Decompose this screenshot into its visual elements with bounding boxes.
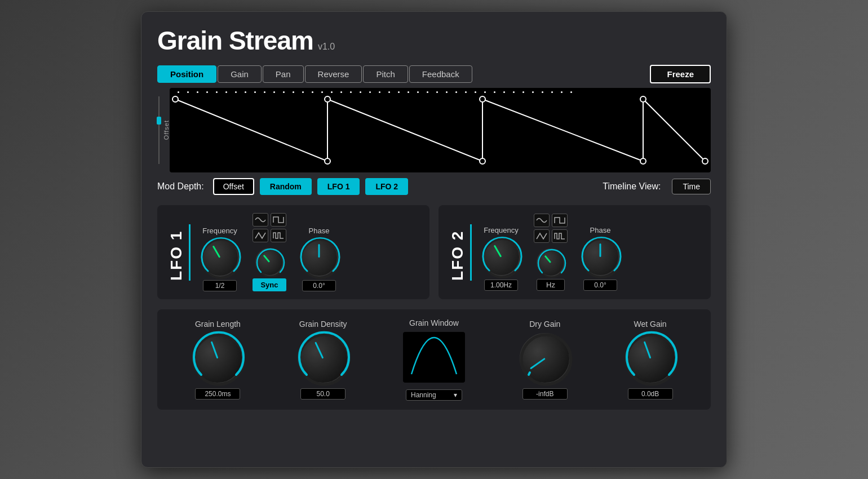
lfo2-shape-group: Hz bbox=[534, 214, 568, 291]
tab-freeze[interactable]: Freeze bbox=[650, 65, 711, 83]
grain-length-group: Grain Length 250.0ms bbox=[192, 320, 243, 400]
tab-bar: Position Gain Pan Reverse Pitch Feedback… bbox=[157, 65, 711, 83]
lfo2-phase-ring bbox=[580, 237, 623, 280]
offset-label: Offset bbox=[163, 120, 170, 140]
svg-point-6 bbox=[640, 96, 646, 102]
tab-position[interactable]: Position bbox=[157, 65, 216, 83]
lfo2-shape-ring bbox=[536, 248, 568, 280]
svg-point-16 bbox=[521, 335, 571, 384]
lfo-row: LFO 1 Frequency 1/2 bbox=[157, 205, 711, 299]
grain-window-select[interactable]: Hanning ▾ bbox=[406, 389, 462, 401]
lfo2-label: LFO 2 bbox=[449, 224, 472, 281]
lfo2-shape-row1 bbox=[534, 214, 568, 227]
svg-point-1 bbox=[325, 158, 330, 164]
lfo2-shape-triangle[interactable] bbox=[534, 229, 550, 243]
offset-thumb[interactable] bbox=[157, 117, 161, 125]
lfo1-shape-triangle[interactable] bbox=[253, 229, 268, 242]
tab-pan[interactable]: Pan bbox=[263, 65, 304, 83]
lfo1-freq-ring bbox=[200, 237, 242, 280]
lfo1-shape-selector bbox=[253, 213, 286, 242]
lfo1-shape-square[interactable] bbox=[271, 213, 286, 227]
tab-gain[interactable]: Gain bbox=[218, 65, 262, 83]
svg-point-0 bbox=[172, 96, 178, 102]
svg-point-3 bbox=[480, 158, 485, 164]
lfo2-shape-sine[interactable] bbox=[534, 214, 550, 227]
lfo1-sync-btn[interactable]: Sync bbox=[253, 278, 286, 291]
waveform-canvas[interactable] bbox=[170, 88, 711, 172]
svg-point-7 bbox=[702, 158, 708, 164]
lfo2-frequency-value: 1.00Hz bbox=[484, 280, 518, 291]
lfo2-frequency-knob[interactable] bbox=[482, 238, 520, 276]
svg-point-13 bbox=[582, 239, 621, 277]
svg-point-8 bbox=[202, 239, 240, 278]
tab-feedback[interactable]: Feedback bbox=[409, 65, 472, 83]
grain-density-knob[interactable] bbox=[298, 333, 348, 384]
svg-point-2 bbox=[325, 96, 330, 102]
plugin-title: Grain Stream bbox=[157, 25, 313, 56]
lfo2-phase-knob[interactable] bbox=[581, 238, 619, 276]
lfo1-frequency-label: Frequency bbox=[202, 227, 237, 235]
waveform-display bbox=[170, 88, 711, 172]
lfo1-phase-group: Phase 0.0° bbox=[300, 227, 338, 291]
mod-depth-row: Mod Depth: Offset Random LFO 1 LFO 2 Tim… bbox=[157, 178, 711, 195]
svg-point-4 bbox=[480, 96, 485, 102]
dry-gain-value: -infdB bbox=[522, 388, 568, 400]
lfo2-phase-indicator bbox=[600, 243, 601, 257]
grain-length-value: 250.0ms bbox=[195, 388, 240, 400]
lfo1-phase-ring bbox=[299, 237, 342, 280]
mod-btn-lfo2[interactable]: LFO 2 bbox=[365, 178, 408, 195]
dry-gain-ring bbox=[517, 331, 575, 388]
lfo2-shape-pulse[interactable] bbox=[552, 229, 568, 243]
grain-density-ring bbox=[295, 331, 353, 388]
grain-window-display bbox=[403, 332, 465, 383]
lfo1-label: LFO 1 bbox=[167, 224, 191, 281]
mod-btn-random[interactable]: Random bbox=[260, 178, 312, 195]
offset-track[interactable] bbox=[157, 96, 161, 164]
header: Grain Stream v1.0 bbox=[157, 25, 711, 56]
lfo1-frequency-knob[interactable] bbox=[201, 238, 239, 277]
lfo2-frequency-label: Frequency bbox=[484, 226, 518, 234]
lfo2-hz-label: Hz bbox=[537, 279, 565, 291]
lfo2-shape-knob[interactable] bbox=[537, 249, 565, 277]
lfo2-block: LFO 2 Frequency 1.00Hz bbox=[439, 205, 711, 299]
grain-density-label: Grain Density bbox=[299, 320, 347, 329]
lfo1-phase-knob[interactable] bbox=[300, 238, 338, 277]
grain-density-group: Grain Density 50.0 bbox=[298, 320, 348, 400]
bottom-row: Grain Length 250.0ms Grain Density 50.0 bbox=[157, 309, 711, 410]
lfo1-controls: Frequency 1/2 bbox=[201, 213, 338, 291]
mod-btn-lfo1[interactable]: LFO 1 bbox=[317, 178, 360, 195]
svg-point-15 bbox=[299, 335, 349, 384]
lfo2-shape-selector bbox=[534, 214, 568, 243]
mod-btn-offset[interactable]: Offset bbox=[213, 178, 254, 195]
plugin-version: v1.0 bbox=[318, 42, 335, 52]
lfo2-freq-ring bbox=[481, 237, 524, 280]
wet-gain-knob[interactable] bbox=[625, 333, 676, 384]
timeline-view-btn[interactable]: Time bbox=[672, 179, 711, 194]
wet-gain-ring bbox=[623, 331, 680, 388]
tab-reverse[interactable]: Reverse bbox=[305, 65, 362, 83]
dry-gain-knob[interactable] bbox=[520, 333, 570, 384]
lfo2-controls: Frequency 1.00Hz bbox=[482, 214, 619, 291]
svg-point-10 bbox=[301, 239, 339, 278]
grain-window-group: Grain Window Hanning ▾ bbox=[403, 318, 465, 401]
mod-depth-label: Mod Depth: bbox=[157, 181, 204, 192]
lfo1-shape-sine[interactable] bbox=[253, 213, 268, 227]
lfo1-shape-knob[interactable] bbox=[255, 248, 284, 276]
lfo1-phase-value: 0.0° bbox=[302, 280, 336, 291]
grain-length-knob[interactable] bbox=[192, 333, 243, 384]
grain-length-ring bbox=[190, 331, 247, 388]
lfo1-phase-label: Phase bbox=[309, 227, 330, 235]
wet-gain-label: Wet Gain bbox=[634, 320, 667, 329]
lfo1-shape-pulse[interactable] bbox=[271, 229, 286, 242]
plugin-container: Grain Stream v1.0 Position Gain Pan Reve… bbox=[141, 11, 727, 468]
timeline-label: Timeline View: bbox=[603, 181, 661, 192]
lfo1-phase-indicator bbox=[318, 244, 320, 258]
wet-gain-group: Wet Gain 0.0dB bbox=[625, 320, 676, 400]
offset-label-container: Offset bbox=[157, 88, 170, 172]
waveform-section: Offset bbox=[157, 88, 711, 172]
lfo2-shape-square[interactable] bbox=[552, 214, 568, 227]
svg-point-14 bbox=[194, 335, 243, 384]
wet-gain-value: 0.0dB bbox=[628, 388, 673, 400]
tab-pitch[interactable]: Pitch bbox=[363, 65, 408, 83]
lfo2-phase-value: 0.0° bbox=[583, 280, 617, 291]
